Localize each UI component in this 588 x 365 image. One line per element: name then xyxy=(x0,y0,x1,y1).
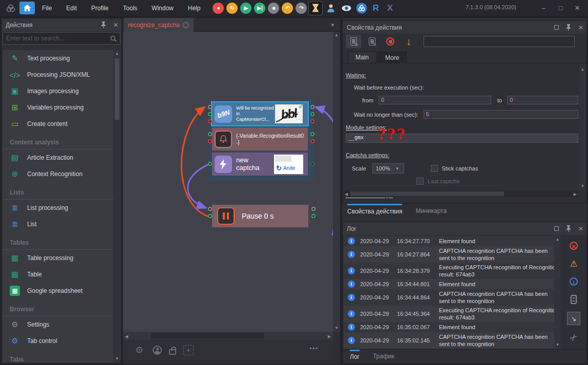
scroll-right-icon[interactable]: ▶ xyxy=(574,191,577,198)
close-icon[interactable]: ✕ xyxy=(578,226,583,232)
menu-profile[interactable]: Profile xyxy=(84,0,116,16)
connector-dot[interactable] xyxy=(311,214,316,218)
maximize-icon[interactable] xyxy=(554,25,559,30)
sidebar-item-create-content[interactable]: ▭Create content xyxy=(3,116,113,132)
canvas-vscrollbar[interactable]: ▲ ▼ xyxy=(333,32,340,332)
canvas-hscrollbar[interactable]: ◀ ▶ xyxy=(123,332,333,340)
search-input[interactable] xyxy=(6,35,110,42)
record-button[interactable]: ● xyxy=(213,3,224,14)
scrollbar-thumb[interactable] xyxy=(115,58,119,120)
log-row[interactable]: i2020-04-2916:34:44.864CAPTCHA recogniti… xyxy=(344,289,561,306)
warnings-filter-icon[interactable]: ⚠ xyxy=(568,258,579,269)
connector-dot[interactable] xyxy=(208,207,212,211)
sidebar-item-tab-control[interactable]: ⚙Tab control xyxy=(3,333,113,349)
scrollbar-thumb[interactable] xyxy=(350,191,504,196)
insert-below-button[interactable]: ↓ xyxy=(401,35,416,48)
log-row[interactable]: i2020-04-2916:34:27.770Element found xyxy=(344,236,561,246)
info-filter-icon[interactable]: i xyxy=(568,276,579,287)
scroll-left-icon[interactable]: ◀ xyxy=(125,333,128,340)
connector-dot[interactable] xyxy=(310,162,314,166)
profile-button[interactable] xyxy=(324,2,338,15)
action-edit-button[interactable]: ✎ xyxy=(364,35,380,48)
log-scrollbar[interactable]: ▲ ▼ xyxy=(554,236,561,349)
connector-dot[interactable] xyxy=(208,132,212,136)
log-row[interactable]: i2020-04-2916:34:27.864CAPTCHA recogniti… xyxy=(344,246,561,263)
r-tool-button[interactable]: R xyxy=(368,3,383,13)
sidebar-item-table-processing[interactable]: ▦Table processing xyxy=(3,250,113,266)
last-captcha-checkbox[interactable] xyxy=(416,178,424,185)
redo-button[interactable]: ↷ xyxy=(296,3,307,14)
sidebar-item-images-processing[interactable]: ▣Images processing xyxy=(3,83,113,99)
sidebar-item-context-recognition[interactable]: ⊛Context Recognition xyxy=(3,166,113,182)
connector-dot[interactable] xyxy=(310,119,314,123)
action-settings-button[interactable]: ⚙ xyxy=(346,35,361,48)
sidebar-item-settings[interactable]: ⚙Settings xyxy=(3,316,113,333)
lock-icon[interactable] xyxy=(169,349,176,355)
sidebar-item-processing-json-xml[interactable]: </>Processing JSON/XML xyxy=(3,67,113,83)
add-capture-icon[interactable]: + xyxy=(183,345,194,355)
pin-icon[interactable] xyxy=(566,24,571,31)
scroll-down-icon[interactable]: ▼ xyxy=(579,183,586,190)
project-tab[interactable]: recognize_captcha ✕ xyxy=(124,18,194,32)
sidebar-item-article-extraction[interactable]: ▤Article Extraction xyxy=(3,149,113,166)
pin-icon[interactable] xyxy=(101,22,106,28)
sidebar-scrollbar[interactable]: ▲ ▼ xyxy=(114,50,120,362)
to-input[interactable]: 0 xyxy=(507,96,578,104)
node-new-captcha[interactable]: new captcha ↻Ande xyxy=(212,153,308,176)
scroll-left-icon[interactable]: ◀ xyxy=(345,191,348,198)
scrollbar-thumb[interactable] xyxy=(151,333,264,339)
errors-filter-icon[interactable]: ✕ xyxy=(568,240,579,251)
sidebar-item-text-processing[interactable]: ✎Text processing xyxy=(3,50,113,67)
connector-dot[interactable] xyxy=(310,132,314,136)
play-button[interactable]: ▶ xyxy=(240,3,251,14)
node-pause[interactable]: Pause 0 s xyxy=(212,205,308,227)
scroll-up-icon[interactable]: ▲ xyxy=(579,66,586,73)
scroll-right-icon[interactable]: ▶ xyxy=(328,333,331,340)
tab-list-dropdown-icon[interactable]: ▼ xyxy=(330,23,335,28)
log-row[interactable]: i2020-04-2916:34:44.801Element found xyxy=(344,279,561,289)
log-row[interactable]: i2020-04-2916:35:02.145CAPTCHA recogniti… xyxy=(344,332,561,349)
log-row[interactable]: i2020-04-2916:34:45.364Executing CAPTCHA… xyxy=(344,306,561,322)
connector-dot[interactable] xyxy=(311,207,316,211)
menu-tools[interactable]: Tools xyxy=(116,0,144,16)
close-icon[interactable]: ✕ xyxy=(578,25,583,31)
flowchart-canvas[interactable]: b9N Will be recognized in CapMonsterCl..… xyxy=(123,32,333,332)
sidebar-item-table[interactable]: ▦Table xyxy=(3,266,113,283)
minimize-button[interactable]: – xyxy=(537,3,550,13)
tab-minimap[interactable]: Миникарта xyxy=(415,204,447,214)
home-button[interactable] xyxy=(19,2,35,14)
close-button[interactable]: ✕ xyxy=(571,3,584,13)
gear-icon[interactable]: ⚙ xyxy=(133,344,145,356)
scroll-up-icon[interactable]: ▲ xyxy=(114,50,120,57)
maximize-button[interactable]: □ xyxy=(554,3,568,13)
connector-dot[interactable] xyxy=(208,162,212,166)
expand-icon[interactable]: ↘ xyxy=(567,312,580,325)
node-group[interactable]: b9N Will be recognized in CapMonsterCl..… xyxy=(208,99,313,181)
x-tool-button[interactable]: X xyxy=(383,3,397,13)
maximize-icon[interactable] xyxy=(554,226,559,231)
scroll-down-icon[interactable]: ▼ xyxy=(554,341,561,349)
watch-button[interactable] xyxy=(340,2,353,15)
menu-help[interactable]: Help xyxy=(181,0,208,16)
device-icon[interactable] xyxy=(568,294,579,305)
connector-dot[interactable] xyxy=(208,139,212,143)
scroll-up-icon[interactable]: ▲ xyxy=(554,236,561,243)
tab-main[interactable]: Main xyxy=(348,51,376,63)
connector-dot[interactable] xyxy=(310,112,314,116)
node-recognize-captcha[interactable]: b9N Will be recognized in CapMonsterCl..… xyxy=(212,102,308,125)
properties-hscrollbar[interactable]: ◀ ▶ xyxy=(343,190,578,197)
log-row[interactable]: i2020-04-2916:34:28.379Executing CAPTCHA… xyxy=(344,263,561,279)
action-name-input[interactable] xyxy=(424,36,575,47)
connector-dot[interactable] xyxy=(310,105,314,109)
properties-vscrollbar[interactable]: ▲ ▼ xyxy=(579,66,586,190)
menu-window[interactable]: Window xyxy=(144,0,181,16)
more-icon[interactable]: ••• xyxy=(309,345,319,351)
sidebar-item-variables-processing[interactable]: ⊞Variables processing xyxy=(3,99,113,116)
record-action-button[interactable] xyxy=(383,35,398,48)
sidebar-item-list[interactable]: ≣List xyxy=(3,216,113,232)
clear-log-icon[interactable]: ✂ xyxy=(565,329,581,345)
profile-icon[interactable] xyxy=(153,346,162,355)
scroll-down-icon[interactable]: ▼ xyxy=(114,355,120,362)
sidebar-item-google-spreadsheet[interactable]: ▦Google spreadsheet xyxy=(3,283,113,299)
connector-dot[interactable] xyxy=(208,119,212,123)
